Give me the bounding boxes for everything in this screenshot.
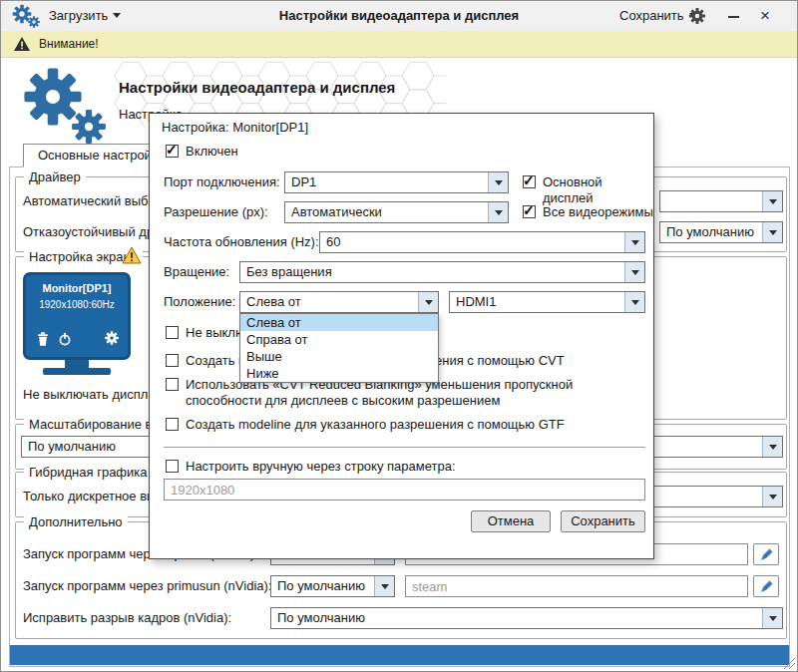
chevron-down-icon	[495, 210, 503, 219]
monitor-settings-dialog: Настройка: Monitor[DP1] Включен Порт под…	[149, 113, 654, 559]
position-combobox[interactable]: Слева от	[239, 291, 439, 313]
power-monitor-icon[interactable]	[58, 331, 72, 347]
combo-arrow-button[interactable]	[624, 232, 644, 252]
minimize-button[interactable]	[719, 1, 747, 31]
primary-display-label: Основной дисплей	[543, 174, 653, 206]
position-option-right[interactable]: Справа от	[240, 331, 438, 348]
position-option-left[interactable]: Слева от	[240, 314, 438, 331]
chevron-down-icon	[113, 13, 121, 22]
page-title: Настройки видеоадаптера и дисплея	[119, 79, 395, 96]
checkbox-box	[166, 378, 179, 391]
monitor-warning-icon	[122, 246, 142, 264]
combo-arrow-button[interactable]	[488, 172, 508, 192]
manual-mode-input[interactable]	[164, 479, 645, 501]
checkbox-box	[523, 175, 536, 188]
hybrid-group-legend: Гибридная графика	[24, 465, 153, 480]
position-option-below[interactable]: Ниже	[240, 365, 438, 382]
relative-display-combobox[interactable]: HDMI1	[449, 291, 645, 313]
resolution-label: Разрешение (px):	[164, 201, 268, 223]
primary-display-checkbox[interactable]: Основной дисплей	[523, 174, 653, 206]
chevron-down-icon	[631, 300, 639, 309]
close-icon: ×	[760, 6, 770, 25]
dialog-title: Настройка: Monitor[DP1]	[162, 120, 308, 135]
combo-arrow-button[interactable]	[624, 262, 644, 282]
dialog-separator	[164, 447, 645, 448]
chevron-down-icon	[631, 240, 639, 249]
driver-group-legend: Драйвер	[24, 169, 86, 184]
port-label: Порт подключения:	[164, 171, 280, 193]
warning-banner-text: Внимание!	[39, 31, 99, 57]
port-value: DP1	[285, 172, 488, 192]
titlebar: Загрузить Настройки видеоадаптера и дисп…	[1, 1, 797, 32]
checkbox-box	[523, 205, 536, 218]
chevron-down-icon	[631, 270, 639, 279]
manual-label: Настроить вручную через строку параметра…	[186, 459, 456, 475]
checkbox-box	[166, 145, 179, 158]
combo-arrow-button[interactable]	[488, 202, 508, 222]
position-dropdown-list: Слева от Справа от Выше Ниже	[239, 313, 439, 383]
app-gears-icon	[11, 3, 43, 29]
warning-banner: Внимание!	[1, 31, 797, 58]
port-combobox[interactable]: DP1	[284, 171, 509, 193]
checkbox-box	[166, 326, 179, 339]
position-label: Положение:	[164, 291, 235, 313]
position-value: Слева от	[240, 292, 418, 312]
status-bar	[10, 645, 789, 665]
resolution-value: Автоматически	[285, 202, 488, 222]
close-button[interactable]: ×	[751, 1, 779, 31]
rotation-label: Вращение:	[164, 261, 229, 283]
chevron-down-icon	[495, 180, 503, 189]
combo-arrow-button[interactable]	[624, 292, 644, 312]
warning-icon	[13, 36, 31, 52]
delete-monitor-icon[interactable]	[36, 331, 50, 347]
combo-arrow-button[interactable]	[418, 292, 438, 312]
load-menu-button[interactable]: Загрузить	[49, 1, 121, 31]
save-menu-label: Сохранить	[619, 8, 684, 23]
save-button[interactable]: Сохранить	[561, 510, 645, 532]
monitor-mode: 1920x1080:60Hz	[26, 299, 128, 310]
all-modes-checkbox[interactable]: Все видеорежимы	[523, 204, 653, 220]
chevron-down-icon	[425, 300, 433, 309]
app-logo-gears	[19, 65, 115, 147]
checkbox-box	[166, 460, 179, 473]
manual-checkbox[interactable]: Настроить вручную через строку параметра…	[166, 459, 456, 475]
position-option-above[interactable]: Выше	[240, 348, 438, 365]
refresh-combobox[interactable]: 60	[319, 231, 645, 253]
monitor-stand	[65, 360, 89, 368]
gtf-checkbox[interactable]: Создать modeline для указанного разрешен…	[166, 417, 565, 433]
enabled-checkbox[interactable]: Включен	[166, 144, 238, 160]
monitor-settings-gear-icon[interactable]	[104, 330, 120, 346]
save-menu-button[interactable]: Сохранить	[619, 1, 697, 31]
enabled-checkbox-label: Включен	[186, 144, 238, 160]
relative-display-value: HDMI1	[450, 292, 624, 312]
advanced-group-legend: Дополнительно	[24, 514, 128, 529]
monitor-card[interactable]: Monitor[DP1] 1920x1080:60Hz	[23, 272, 131, 360]
settings-gear-icon[interactable]	[687, 6, 707, 26]
checkbox-box	[166, 354, 179, 367]
gtf-label: Создать modeline для указанного разрешен…	[186, 417, 565, 433]
monitor-name: Monitor[DP1]	[26, 282, 128, 294]
load-menu-label: Загрузить	[49, 8, 108, 23]
refresh-value: 60	[320, 232, 624, 252]
rotation-value: Без вращения	[240, 262, 624, 282]
app-window: Загрузить Настройки видеоадаптера и дисп…	[0, 0, 798, 672]
all-modes-label: Все видеорежимы	[543, 204, 653, 220]
rotation-combobox[interactable]: Без вращения	[239, 261, 645, 283]
checkbox-box	[166, 418, 179, 431]
resize-grip[interactable]	[783, 657, 796, 670]
monitor-stand-base	[43, 368, 111, 375]
minimize-icon	[728, 16, 739, 18]
refresh-label: Частота обновления (Hz):	[164, 231, 319, 253]
cancel-button[interactable]: Отмена	[471, 510, 551, 532]
resolution-combobox[interactable]: Автоматически	[284, 201, 509, 223]
